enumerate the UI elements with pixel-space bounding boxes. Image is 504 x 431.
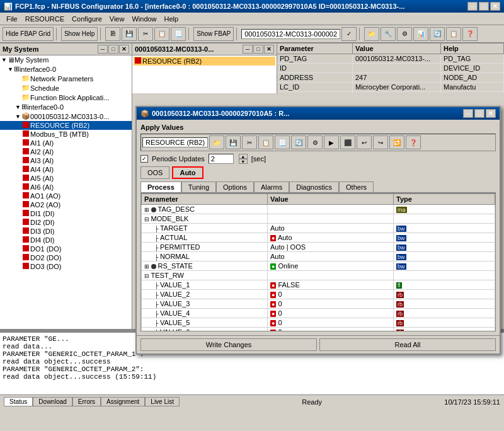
dlg-tool-6[interactable]: 🔄 [291, 135, 306, 149]
dialog-maximize[interactable]: □ [474, 109, 484, 118]
expand-icon-mysystem[interactable]: ▼ [1, 57, 7, 63]
close-button[interactable]: ✕ [490, 2, 500, 11]
tree-item-device[interactable]: ▼ 📦 0001050312-MC0313-0... [0, 112, 132, 121]
periodic-spinner[interactable]: ▲ ▼ [239, 154, 248, 164]
hide-fbap-grid-button[interactable]: Hide FBAP Grid [3, 27, 54, 41]
status-tab-errors[interactable]: Errors [72, 397, 101, 406]
dlg-tool-5[interactable]: 📃 [275, 135, 290, 149]
tree-item-ai1[interactable]: AI1 (AI) [0, 139, 132, 147]
tool-btn-1[interactable]: 🖹 [105, 27, 120, 41]
dlg-tool-3[interactable]: ✂ [242, 135, 257, 149]
tree-item-di1[interactable]: DI1 (DI) [0, 209, 132, 218]
periodic-value-input[interactable] [209, 154, 234, 164]
expand-icon-device[interactable]: ▼ [15, 113, 21, 120]
dlg-tool-8[interactable]: ▶ [324, 135, 339, 149]
status-tab-assignment[interactable]: Assignment [101, 397, 145, 406]
tree-item-interface0[interactable]: ▼ ⊞ interface0-0 [0, 64, 132, 74]
tree-item-modbus[interactable]: Modbus_TB (MTB) [0, 130, 132, 139]
dlg-tool-4[interactable]: 📋 [258, 135, 273, 149]
show-help-button[interactable]: Show Help [61, 27, 98, 41]
dlg-tool-12[interactable]: 🔁 [389, 135, 404, 149]
dialog-close[interactable]: ✕ [486, 109, 496, 118]
tree-item-di2[interactable]: DI2 (DI) [0, 218, 132, 227]
tool-btn-4[interactable]: 📋 [154, 27, 169, 41]
tree-item-ai3[interactable]: AI3 (AI) [0, 156, 132, 165]
tree-item-mysystem[interactable]: ▼ 🖥 My System [0, 55, 132, 64]
tree-item-ao2[interactable]: AO2 (AO) [0, 200, 132, 209]
dlg-tool-1[interactable]: 📁 [209, 135, 224, 149]
spin-down[interactable]: ▼ [239, 159, 248, 164]
tree-item-ai2[interactable]: AI2 (AI) [0, 147, 132, 156]
menu-configure[interactable]: Configure [68, 14, 106, 24]
minimize-button[interactable]: ─ [467, 2, 478, 11]
maximize-button[interactable]: □ [479, 2, 489, 11]
tab-options[interactable]: Options [216, 181, 254, 192]
dlg-tool-11[interactable]: ↪ [373, 135, 388, 149]
expand-icon-interface0[interactable]: ▼ [8, 66, 13, 72]
tree-item-resource[interactable]: RESOURCE (RB2) [0, 121, 132, 130]
menu-view[interactable]: View [106, 14, 129, 24]
device-close[interactable]: ✕ [264, 45, 274, 54]
tree-item-ai5[interactable]: AI5 (AI) [0, 174, 132, 183]
tree-item-fbapp[interactable]: 📁 Function Block Applicati... [0, 93, 132, 102]
dlg-tool-13[interactable]: ❓ [406, 135, 421, 149]
tree-item-ai4[interactable]: AI4 (AI) [0, 165, 132, 174]
tree-item-ao1[interactable]: AO1 (AO) [0, 192, 132, 200]
device-maximize[interactable]: □ [253, 45, 263, 54]
resource-dialog: 📦 0001050312-MC0313-00000297010A5 : R...… [135, 106, 501, 355]
read-all-button[interactable]: Read All [319, 338, 496, 351]
tree-item-netparams[interactable]: 📁 Network Parameters [0, 74, 132, 83]
device-id-field[interactable]: 0001050312-MC0313-000002 [241, 29, 340, 39]
dlg-tool-7[interactable]: ⚙ [307, 135, 323, 149]
tab-tuning[interactable]: Tuning [181, 181, 216, 192]
device-header-text: 0001050312-MC0313-0... [135, 45, 214, 53]
spin-up[interactable]: ▲ [239, 154, 248, 159]
tool-btn-9[interactable]: 📊 [413, 27, 428, 41]
show-fbap-button[interactable]: Show FBAP [193, 27, 234, 41]
tree-item-do2[interactable]: DO2 (DO) [0, 253, 132, 262]
tree-item-ai6[interactable]: AI6 (AI) [0, 183, 132, 192]
status-tab-status[interactable]: Status [4, 397, 33, 406]
dlg-tool-9[interactable]: ⬛ [340, 135, 355, 149]
tool-btn-10[interactable]: 🔄 [430, 27, 445, 41]
tree-item-schedule[interactable]: 📁 Schedule [0, 83, 132, 93]
periodic-checkbox[interactable]: ✓ [140, 155, 148, 163]
tool-btn-2[interactable]: 💾 [122, 27, 137, 41]
menu-help[interactable]: Help [161, 14, 183, 24]
tab-diagnostics[interactable]: Diagnostics [289, 181, 339, 192]
oos-button[interactable]: OOS [140, 166, 169, 179]
device-resource-item[interactable]: RESOURCE (RB2) [134, 57, 275, 66]
tree-item-di4[interactable]: DI4 (DI) [0, 236, 132, 244]
tree-item-di3[interactable]: DI3 (DI) [0, 227, 132, 236]
expand-icon-interface02[interactable]: ▼ [15, 104, 21, 110]
tool-btn-6[interactable]: 📁 [364, 27, 379, 41]
dlg-tool-2[interactable]: 💾 [226, 135, 241, 149]
menu-file[interactable]: File [3, 14, 21, 24]
tool-btn-5[interactable]: 📃 [171, 27, 186, 41]
tree-item-do3[interactable]: DO3 (DO) [0, 262, 132, 271]
tree-item-do1[interactable]: DO1 (DO) [0, 244, 132, 253]
tool-btn-12[interactable]: ❓ [462, 27, 478, 41]
tab-others[interactable]: Others [339, 181, 374, 192]
dlg-tool-10[interactable]: ↩ [357, 135, 372, 149]
device-minimize[interactable]: ─ [243, 45, 253, 54]
write-changes-button[interactable]: Write Changes [140, 338, 317, 351]
tab-alarms[interactable]: Alarms [254, 181, 289, 192]
auto-button[interactable]: Auto [172, 166, 203, 179]
tool-btn-11[interactable]: 📋 [446, 27, 461, 41]
menu-resource[interactable]: RESOURCE [21, 14, 68, 24]
tree-item-interface02[interactable]: ▼ ⊞ interface0-0 [0, 102, 132, 112]
dialog-minimize[interactable]: ─ [463, 109, 473, 118]
tree-minimize[interactable]: ─ [98, 45, 108, 54]
status-tab-download[interactable]: Download [33, 397, 72, 406]
tool-btn-8[interactable]: ⚙ [397, 27, 412, 41]
tool-btn-7[interactable]: 🔧 [381, 27, 396, 41]
check-button[interactable]: ✓ [341, 27, 357, 41]
tree-close[interactable]: ✕ [119, 45, 129, 54]
tool-btn-3[interactable]: ✂ [138, 27, 153, 41]
param-name-3: ├ ACTUAL [142, 233, 268, 243]
tree-maximize[interactable]: □ [108, 45, 118, 54]
status-tab-livelist[interactable]: Live List [145, 397, 180, 406]
menu-window[interactable]: Window [128, 14, 160, 24]
tab-process[interactable]: Process [140, 181, 181, 192]
